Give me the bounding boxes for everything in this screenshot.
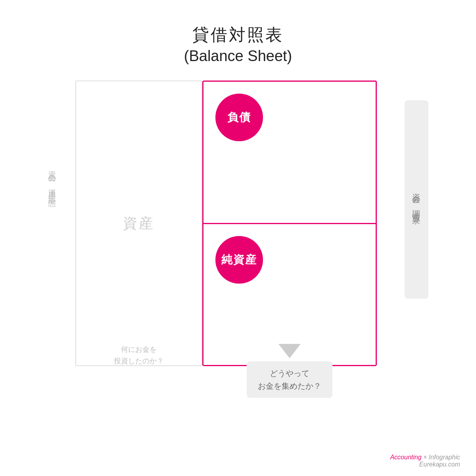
diagram-area: 資金の運用形態 資金の調達源泉 資産 負債 [60,81,416,398]
title-japanese: 貸借対照表 [184,24,292,46]
footer-accounting-text: Accounting [390,454,421,461]
footer-infographic-text: × Infographic [423,454,460,461]
bottom-area: 何にお金を 投資したのか？ どうやって お金を集めたか？ [75,344,377,398]
title-english: (Balance Sheet) [184,48,292,65]
footer-line2: Eurekapu.com [390,461,460,468]
arrow-down-icon [278,344,301,358]
bottom-left-text: 何にお金を 投資したのか？ [75,344,202,367]
bottom-right-text: どうやって お金を集めたか？ [258,367,321,392]
left-vertical-label-container: 資金の運用形態 [48,100,57,259]
liabilities-label: 負債 [227,110,251,125]
liabilities-badge: 負債 [215,94,263,141]
right-side: 負債 純資産 [202,81,377,366]
page-container: 貸借対照表 (Balance Sheet) 資金の運用形態 資金の調達源泉 資産… [0,0,476,476]
left-vertical-label: 資金の運用形態 [47,164,58,196]
liabilities-box: 負債 [203,82,376,224]
bottom-right-box: どうやって お金を集めたか？ [247,361,332,398]
title-area: 貸借対照表 (Balance Sheet) [184,24,292,65]
assets-box: 資産 [75,81,202,366]
balance-sheet: 資産 負債 純資産 [75,81,377,366]
equity-badge: 純資産 [215,236,263,284]
footer: Accounting × Infographic Eurekapu.com [390,454,460,468]
assets-label: 資産 [123,214,155,233]
bottom-right-area: どうやって お金を集めたか？ [202,344,377,398]
bottom-left-label: 何にお金を 投資したのか？ [75,344,202,367]
footer-line1: Accounting × Infographic [390,454,460,461]
right-vertical-label-container: 資金の調達源泉 [405,100,428,299]
equity-label: 純資産 [221,252,257,267]
right-vertical-label: 資金の調達源泉 [411,187,422,213]
